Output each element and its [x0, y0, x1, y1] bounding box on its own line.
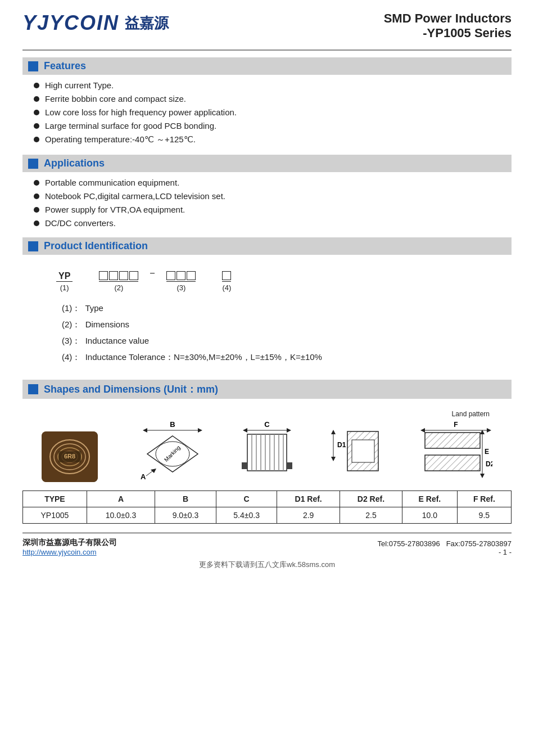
ba-diagram-svg: B Marking A [136, 420, 203, 482]
bullet-icon [34, 180, 39, 186]
footer-left: 深圳市益嘉源电子有限公司 http://www.yjycoin.com [22, 538, 117, 556]
svg-text:6R8: 6R8 [64, 453, 75, 460]
pid-yp-label: YP [56, 271, 73, 282]
inductor-photo-svg: 6R8 [42, 431, 98, 482]
svg-marker-41 [420, 428, 425, 433]
bullet-icon [34, 110, 39, 115]
pid-detail-4: (4)： Inductance Tolerance：N=±30%,M=±20%，… [62, 352, 500, 363]
pid-spacer2 [205, 270, 213, 282]
td-e: 10.0 [402, 507, 458, 524]
pid-num-4: (4) [222, 284, 231, 292]
th-type: TYPE [23, 491, 87, 507]
th-e: E Ref. [402, 491, 458, 507]
svg-marker-46 [480, 474, 485, 478]
svg-marker-34 [331, 430, 336, 434]
svg-text:E: E [485, 448, 489, 456]
svg-rect-38 [352, 440, 374, 462]
features-title: Features [44, 60, 86, 72]
product-id-diagram: YP (1) (2) － [45, 266, 500, 292]
svg-text:Marking: Marking [163, 444, 182, 463]
pid-part-4: (4) [222, 271, 231, 292]
header: YJYCOIN 益嘉源 SMD Power Inductors -YP1005 … [22, 11, 512, 40]
list-item: Operating temperature:-40℃ ～+125℃. [34, 134, 512, 145]
product-id-title: Product Identification [44, 240, 148, 252]
footer-fax: Fax:0755-27803897 [446, 539, 512, 548]
bullet-icon [34, 220, 39, 226]
svg-text:A: A [141, 472, 146, 481]
shapes-section-header: Shapes and Dimensions (Unit：mm) [22, 380, 512, 399]
company-url[interactable]: http://www.yjycoin.com [22, 548, 97, 556]
header-divider [22, 50, 512, 51]
shapes-title: Shapes and Dimensions (Unit：mm) [44, 382, 218, 396]
list-item: Portable communication equipment. [34, 178, 512, 187]
shapes-square-icon [28, 384, 38, 394]
company-name: 深圳市益嘉源电子有限公司 [22, 538, 117, 548]
footer-watermark: 更多资料下载请到五八文库wk.58sms.com [22, 560, 512, 570]
pid-detail-2: (2)： Dimensions [62, 320, 500, 330]
svg-rect-30 [242, 462, 247, 469]
th-b: B [155, 491, 216, 507]
th-f: F Ref. [457, 491, 511, 507]
svg-marker-16 [151, 469, 156, 473]
product-id-details: (1)： Type (2)： Dimensions (3)： Inductanc… [45, 303, 500, 363]
pid-box [187, 271, 196, 280]
td-d1: 2.9 [277, 507, 340, 524]
bullet-icon [34, 194, 39, 199]
features-section-header: Features [22, 57, 512, 75]
page-container: YJYCOIN 益嘉源 SMD Power Inductors -YP1005 … [0, 0, 534, 756]
footer-tel: Tel:0755-27803896 [377, 539, 440, 548]
applications-title: Applications [44, 158, 105, 169]
svg-marker-20 [287, 428, 291, 433]
footer-right: Tel:0755-27803896 Fax:0755-27803897 - 1 … [377, 539, 512, 556]
pid-box [166, 271, 175, 280]
th-c: C [216, 491, 277, 507]
d1-diagram-svg: D1 [331, 420, 381, 482]
bullet-icon [34, 83, 39, 88]
svg-marker-10 [198, 428, 202, 433]
inductor-photo: 6R8 [42, 431, 98, 482]
pid-num-2: (2) [114, 284, 123, 292]
th-a: A [87, 491, 155, 507]
svg-text:C: C [264, 420, 270, 429]
svg-rect-31 [287, 462, 292, 469]
pid-dash: － [147, 266, 157, 280]
footer-area: 深圳市益嘉源电子有限公司 http://www.yjycoin.com Tel:… [22, 533, 512, 570]
doc-title-line1: SMD Power Inductors [384, 11, 512, 26]
d1-view: D1 [331, 420, 381, 482]
logo-area: YJYCOIN 益嘉源 [22, 11, 169, 35]
svg-text:D1: D1 [337, 441, 346, 449]
list-item: DC/DC converters. [34, 218, 512, 228]
pid-box [129, 271, 138, 280]
list-item: Large terminal surface for good PCB bond… [34, 121, 512, 130]
land-pattern-view: Land pattern F E D2 [419, 410, 492, 482]
pid-boxes-4 [222, 271, 231, 282]
features-square-icon [28, 61, 38, 71]
pid-box [99, 271, 108, 280]
svg-marker-35 [331, 457, 336, 461]
list-item: Power supply for VTR,OA equipment. [34, 205, 512, 214]
pid-box [109, 271, 118, 280]
list-item: Notebook PC,digital carmera,LCD televisi… [34, 191, 512, 201]
table-row: YP1005 10.0±0.3 9.0±0.3 5.4±0.3 2.9 2.5 … [23, 507, 512, 524]
td-d2: 2.5 [340, 507, 402, 524]
td-f: 9.5 [457, 507, 511, 524]
pid-num-3: (3) [177, 284, 185, 292]
td-c: 5.4±0.3 [216, 507, 277, 524]
pid-detail-1: (1)： Type [62, 303, 500, 314]
pid-boxes-3 [166, 271, 196, 282]
pid-box [222, 271, 231, 280]
pid-box [177, 271, 185, 280]
table-header-row: TYPE A B C D1 Ref. D2 Ref. E Ref. F Ref. [23, 491, 512, 507]
list-item: Low core loss for high frequency power a… [34, 107, 512, 117]
land-pattern-label: Land pattern [422, 410, 490, 418]
land-pattern-svg: F E D2 [419, 420, 492, 482]
pid-part-3: (3) [166, 271, 196, 292]
pid-part-2: (2) [99, 271, 138, 292]
footer: 深圳市益嘉源电子有限公司 http://www.yjycoin.com Tel:… [22, 533, 512, 556]
td-type: YP1005 [23, 507, 87, 524]
side-view-ba: B Marking A [136, 420, 203, 482]
doc-title-line2: -YP1005 Series [384, 26, 512, 40]
svg-marker-19 [243, 428, 247, 433]
product-id-section: YP (1) (2) － [22, 260, 512, 374]
th-d2: D2 Ref. [340, 491, 402, 507]
